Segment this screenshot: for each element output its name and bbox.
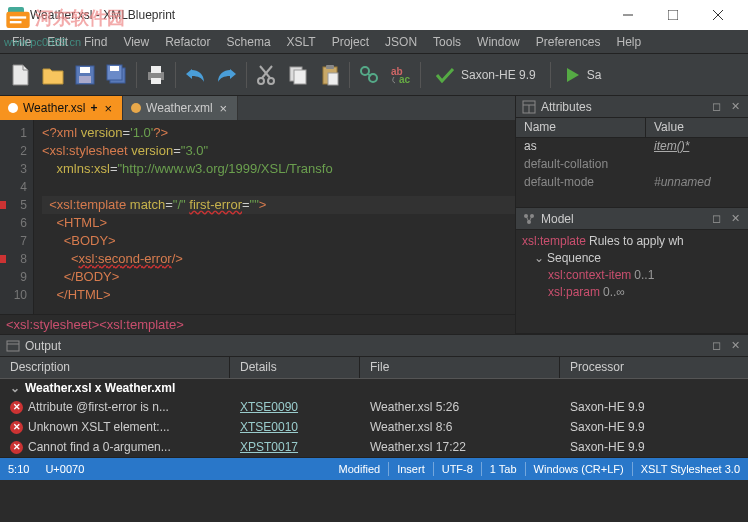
- svg-rect-12: [110, 66, 119, 71]
- file-icon: [131, 103, 141, 113]
- svg-point-25: [361, 67, 369, 75]
- breadcrumb-item[interactable]: <xsl:template>: [99, 317, 184, 332]
- paste-button[interactable]: [315, 60, 345, 90]
- status-position[interactable]: 5:10: [0, 463, 37, 475]
- panel-restore-button[interactable]: ◻: [709, 339, 723, 353]
- validate-label: Saxon-HE 9.9: [461, 68, 536, 82]
- out-header-details[interactable]: Details: [230, 357, 360, 378]
- attr-header-name[interactable]: Name: [516, 118, 646, 137]
- menu-find[interactable]: Find: [76, 32, 115, 52]
- panel-restore-button[interactable]: ◻: [709, 212, 723, 226]
- status-tabs[interactable]: 1 Tab: [482, 463, 525, 475]
- file-icon: [8, 103, 18, 113]
- output-row[interactable]: ✕Cannot find a 0-argumen...XPST0017Weath…: [0, 437, 748, 457]
- svg-rect-4: [668, 10, 678, 20]
- run-label: Sa: [587, 68, 602, 82]
- status-insert[interactable]: Insert: [389, 463, 433, 475]
- menu-window[interactable]: Window: [469, 32, 528, 52]
- attributes-panel: Attributes ◻ ✕ Name Value asitem()*defau…: [516, 96, 748, 208]
- svg-line-18: [262, 66, 272, 78]
- menu-preferences[interactable]: Preferences: [528, 32, 609, 52]
- attr-header-value[interactable]: Value: [646, 118, 692, 137]
- attributes-icon: [522, 100, 536, 114]
- panel-close-button[interactable]: ✕: [728, 100, 742, 114]
- menu-xslt[interactable]: XSLT: [279, 32, 324, 52]
- breadcrumb[interactable]: <xsl:stylesheet><xsl:template>: [0, 314, 515, 334]
- panel-title: Attributes: [541, 100, 704, 114]
- window-title: Weather.xsl - XMLBlueprint: [30, 8, 605, 22]
- attr-row[interactable]: default-mode#unnamed: [516, 174, 748, 192]
- save-button[interactable]: [70, 60, 100, 90]
- menu-project[interactable]: Project: [324, 32, 377, 52]
- menu-refactor[interactable]: Refactor: [157, 32, 218, 52]
- model-root[interactable]: xsl:template Rules to apply wh: [518, 233, 746, 250]
- run-button[interactable]: Sa: [555, 60, 612, 90]
- tab-label: Weather.xml: [146, 101, 212, 115]
- status-doctype[interactable]: XSLT Stylesheet 3.0: [633, 463, 748, 475]
- toolbar: abac Saxon-HE 9.9 Sa: [0, 54, 748, 96]
- svg-point-17: [268, 78, 274, 84]
- breadcrumb-item[interactable]: <xsl:stylesheet>: [6, 317, 99, 332]
- output-icon: [6, 339, 20, 353]
- out-header-description[interactable]: Description: [0, 357, 230, 378]
- out-header-processor[interactable]: Processor: [560, 357, 748, 378]
- output-headers: Description Details File Processor: [0, 357, 748, 379]
- close-button[interactable]: [695, 0, 740, 30]
- replace-button[interactable]: abac: [386, 60, 416, 90]
- tab-close-button[interactable]: ×: [103, 101, 115, 116]
- menubar: File Edit Find View Refactor Schema XSLT…: [0, 30, 748, 54]
- attr-row[interactable]: asitem()*: [516, 138, 748, 156]
- maximize-button[interactable]: [650, 0, 695, 30]
- validate-button[interactable]: Saxon-HE 9.9: [425, 60, 546, 90]
- statusbar: 5:10 U+0070 Modified Insert UTF-8 1 Tab …: [0, 458, 748, 480]
- output-group[interactable]: ⌄ Weather.xsl x Weather.xml: [0, 379, 748, 397]
- error-detail-link[interactable]: XPST0017: [230, 439, 360, 455]
- print-button[interactable]: [141, 60, 171, 90]
- error-icon: ✕: [10, 421, 23, 434]
- tab-label: Weather.xsl: [23, 101, 85, 115]
- save-all-button[interactable]: [102, 60, 132, 90]
- cut-button[interactable]: [251, 60, 281, 90]
- menu-tools[interactable]: Tools: [425, 32, 469, 52]
- output-panel: Output ◻ ✕ Description Details File Proc…: [0, 334, 748, 458]
- new-file-button[interactable]: [6, 60, 36, 90]
- dirty-indicator: +: [90, 101, 97, 115]
- svg-rect-24: [328, 73, 338, 85]
- model-icon: [522, 212, 536, 226]
- tab-weather-xsl[interactable]: Weather.xsl + ×: [0, 96, 123, 120]
- redo-button[interactable]: [212, 60, 242, 90]
- menu-file[interactable]: File: [4, 32, 39, 52]
- svg-point-16: [258, 78, 264, 84]
- menu-help[interactable]: Help: [608, 32, 649, 52]
- model-sequence[interactable]: ⌄ Sequence: [518, 250, 746, 267]
- svg-rect-8: [80, 67, 90, 73]
- out-header-file[interactable]: File: [360, 357, 560, 378]
- menu-view[interactable]: View: [115, 32, 157, 52]
- open-file-button[interactable]: [38, 60, 68, 90]
- svg-rect-21: [294, 70, 306, 84]
- attr-row[interactable]: default-collation: [516, 156, 748, 174]
- panel-close-button[interactable]: ✕: [728, 339, 742, 353]
- panel-restore-button[interactable]: ◻: [709, 100, 723, 114]
- error-detail-link[interactable]: XTSE0090: [230, 399, 360, 415]
- tab-close-button[interactable]: ×: [218, 101, 230, 116]
- menu-json[interactable]: JSON: [377, 32, 425, 52]
- status-eol[interactable]: Windows (CR+LF): [526, 463, 632, 475]
- error-icon: ✕: [10, 441, 23, 454]
- chevron-down-icon: ⌄: [10, 381, 20, 395]
- minimize-button[interactable]: [605, 0, 650, 30]
- find-button[interactable]: [354, 60, 384, 90]
- panel-close-button[interactable]: ✕: [728, 212, 742, 226]
- menu-edit[interactable]: Edit: [39, 32, 76, 52]
- output-row[interactable]: ✕Unknown XSLT element:...XTSE0010Weather…: [0, 417, 748, 437]
- model-item[interactable]: xsl:context-item 0..1: [518, 267, 746, 284]
- model-item[interactable]: xsl:param 0..∞: [518, 284, 746, 301]
- undo-button[interactable]: [180, 60, 210, 90]
- menu-schema[interactable]: Schema: [219, 32, 279, 52]
- copy-button[interactable]: [283, 60, 313, 90]
- error-detail-link[interactable]: XTSE0010: [230, 419, 360, 435]
- code-editor[interactable]: 12345678910 <?xml version='1.0'?><xsl:st…: [0, 120, 515, 314]
- tab-weather-xml[interactable]: Weather.xml ×: [123, 96, 238, 120]
- output-row[interactable]: ✕Attribute @first-error is n...XTSE0090W…: [0, 397, 748, 417]
- status-encoding[interactable]: UTF-8: [434, 463, 481, 475]
